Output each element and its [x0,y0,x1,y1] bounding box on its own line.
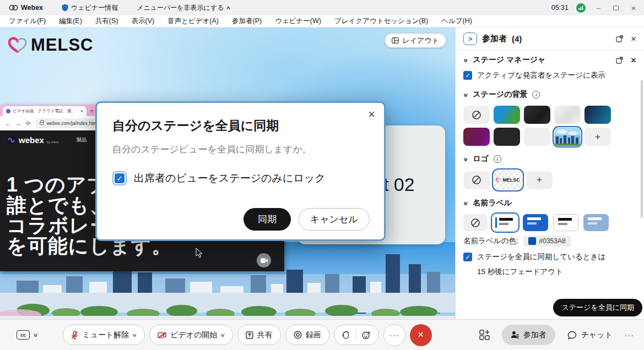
reload-icon[interactable]: ⟳ [26,121,30,127]
background-swatch-gray[interactable] [524,128,550,146]
plus-icon: + [537,174,542,185]
forward-icon[interactable]: → [15,120,21,127]
chat-button-label: チャット [581,330,613,340]
menu-help[interactable]: ヘルプ(H) [441,17,472,26]
tab-close-icon[interactable]: × [80,108,83,114]
unmute-button[interactable]: ミュート解除 ∨ [63,325,145,345]
record-button[interactable]: 録画 [285,325,329,345]
lock-view-checkbox-label: 出席者のビューをステージのみにロック [134,171,326,185]
fade-checkbox[interactable]: ✓ [463,253,472,261]
layout-button-label: レイアウト [402,36,439,46]
site-name: webex [19,135,44,145]
menu-file[interactable]: ファイル(F) [9,17,46,26]
background-none-swatch[interactable] [463,106,490,124]
hide-menubar-button[interactable]: メニューバーを非表示にする ∧ [137,3,230,13]
active-speaker-checkbox-row[interactable]: ✓ アクティブな発言者をステージに表示 [463,70,636,80]
add-background-button[interactable]: + [585,128,611,146]
background-swatch-magenta[interactable] [463,128,490,146]
stage-manager-section-header[interactable]: ∨ ステージ マネージャ × [463,50,636,70]
leave-webinar-button[interactable]: × [410,324,432,346]
cancel-button[interactable]: キャンセル [299,208,370,231]
background-swatch-navy-teal[interactable] [585,106,611,124]
connection-quality-icon[interactable] [576,3,586,13]
logo-none-swatch[interactable] [463,171,490,189]
background-swatch-grid: + [463,106,613,146]
mic-options-chevron-icon: ∨ [132,332,138,338]
close-section-icon[interactable]: × [631,56,636,65]
camera-overlay-icon[interactable] [257,253,271,267]
menu-breakout[interactable]: ブレイクアウトセッション(B) [334,17,428,26]
leave-x-icon: × [418,329,424,341]
share-button[interactable]: 共有 [237,325,281,345]
chat-button[interactable]: チャット [567,330,613,340]
mouse-cursor [196,248,203,258]
sync-button[interactable]: 同期 [243,208,291,231]
sync-stage-tooltip[interactable]: ステージを全員に同期 [553,299,642,316]
fade-checkbox-row[interactable]: ✓ ステージを全員に同期しているときは 15 秒後にフェードアウト [463,252,636,277]
name-label-none-swatch[interactable] [463,214,488,231]
fade-label-line1: ステージを全員に同期しているときは [477,252,605,262]
active-speaker-checkbox[interactable]: ✓ [463,71,472,80]
webex-logo-icon [9,4,18,11]
name-label-section-header[interactable]: ∨ 名前ラベル [463,193,636,213]
more-icon: ··· [389,330,399,340]
maximize-button[interactable] [611,4,621,12]
closed-captions-icon[interactable]: cc [17,330,30,340]
logo-section-header[interactable]: ∨ ロゴ i [463,149,636,169]
background-swatch-black[interactable] [494,128,520,146]
checkbox-check-icon: ✓ [465,254,470,261]
popout-icon[interactable] [616,35,623,42]
participants-toggle-button[interactable]: 参加者 [502,325,555,345]
video-options-chevron-icon: ∨ [220,332,226,338]
background-swatch-blue-green[interactable] [494,106,520,124]
new-tab-button[interactable]: + [90,107,94,116]
reactions-smiley-icon[interactable] [362,331,371,340]
menubar: ファイル(F) 編集(E) 共有(S) 表示(V) 音声とビデオ(A) 参加者(… [0,15,644,28]
sidebar-scrollbar[interactable] [641,80,643,218]
info-icon[interactable]: i [494,155,501,163]
close-panel-icon[interactable]: × [631,34,636,43]
name-label-color-picker[interactable]: #0353A8 [523,236,571,247]
none-icon [472,110,481,120]
name-label-style-1-selected[interactable] [493,214,518,231]
menu-audio-video[interactable]: 音声とビデオ(A) [167,17,219,26]
name-label-style-4[interactable] [583,214,609,231]
name-label-style-3[interactable] [553,214,578,231]
collapse-panel-button[interactable]: > [463,32,477,45]
logo-swatch-label: MELSC [502,177,519,183]
menu-view[interactable]: 表示(V) [131,17,154,26]
stage-background-section-header[interactable]: ∨ ステージの背景 i [463,85,636,105]
apps-grid-icon[interactable] [479,330,490,340]
dialog-close-icon[interactable]: × [368,108,375,121]
webinar-info-button[interactable]: ウェビナー情報 [62,3,118,13]
logo-melsc-swatch-selected[interactable]: MELSC [494,170,522,190]
menu-webinar[interactable]: ウェビナー(W) [275,17,321,26]
active-speaker-label: アクティブな発言者をステージに表示 [477,70,605,80]
close-window-button[interactable]: × [629,3,638,13]
background-swatch-city-selected[interactable] [554,128,581,146]
add-logo-button[interactable]: + [526,171,553,189]
nav-products[interactable]: 製品 [77,136,87,144]
background-swatch-light[interactable] [554,106,581,124]
stage-area: MELSC レイアウト Test 02 ビデオ会議、クラウド電話、画面共有 × … [0,28,455,319]
info-icon[interactable]: i [532,91,540,99]
layout-button[interactable]: レイアウト [385,33,446,48]
more-options-button[interactable]: ··· [383,324,405,346]
name-label-style-2[interactable] [523,214,548,231]
lock-view-checkbox[interactable]: ✓ [112,171,127,185]
start-video-button[interactable]: ビデオの開始 ∨ [149,325,233,345]
back-icon[interactable]: ← [5,120,11,127]
browser-tab[interactable]: ビデオ会議、クラウド電話、画面共有 × [3,106,86,116]
menu-share[interactable]: 共有(S) [95,17,118,26]
cc-options-chevron-icon[interactable]: ∨ [33,332,39,338]
more-panels-icon[interactable]: ··· [625,331,634,340]
menu-edit[interactable]: 編集(E) [59,17,82,26]
minimize-button[interactable]: – [593,4,603,12]
background-swatch-dark[interactable] [524,106,550,124]
layout-grid-icon [392,37,399,43]
raise-hand-icon[interactable] [342,331,349,339]
menu-participant[interactable]: 参加者(P) [232,17,262,26]
popout-icon[interactable] [616,57,623,64]
melsc-heart-icon [496,178,501,183]
webex-site-icon [7,135,16,145]
